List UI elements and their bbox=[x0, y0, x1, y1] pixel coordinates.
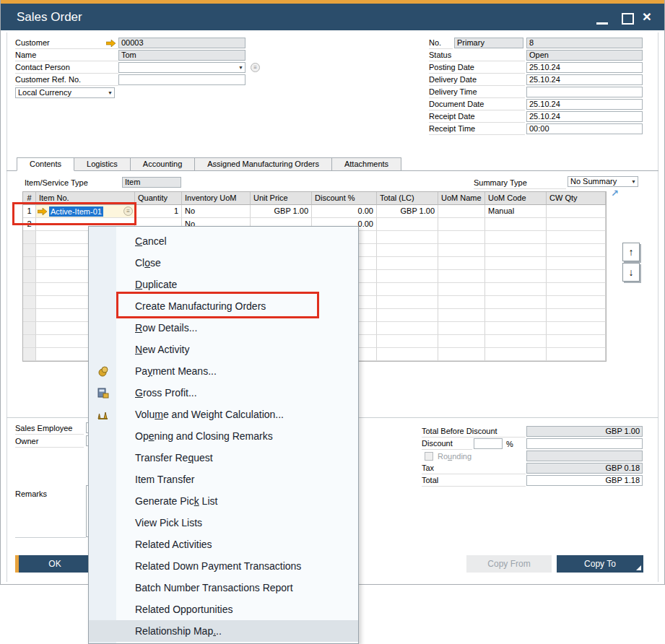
cell-uom_code[interactable] bbox=[485, 283, 547, 296]
name-field[interactable]: Tom bbox=[118, 50, 245, 61]
cell-uom_code[interactable] bbox=[485, 257, 547, 270]
cell-uom_code[interactable]: Manual bbox=[485, 205, 547, 218]
discount-field[interactable] bbox=[526, 438, 643, 449]
cell-num[interactable] bbox=[23, 309, 36, 322]
status-field[interactable]: Open bbox=[526, 50, 643, 61]
menu-item-generate-pick-list[interactable]: Generate Pick List bbox=[89, 490, 358, 512]
link-arrow-icon[interactable] bbox=[106, 40, 116, 47]
receipt-time-field[interactable]: 00:00 bbox=[526, 123, 643, 134]
cell-cw_qty[interactable] bbox=[547, 322, 606, 335]
cell-uom_name[interactable] bbox=[438, 335, 485, 348]
cell-total[interactable] bbox=[377, 335, 438, 348]
cell-cw_qty[interactable] bbox=[547, 205, 606, 218]
menu-item-transfer-request[interactable]: Transfer Request bbox=[89, 447, 358, 469]
cell-uom_code[interactable] bbox=[485, 296, 547, 309]
column-header-quantity[interactable]: Quantity bbox=[135, 192, 182, 205]
menu-item-create-manufacturing-orders[interactable]: Create Manufacturing Orders bbox=[89, 295, 358, 317]
column-header-total-lc[interactable]: Total (LC) bbox=[377, 192, 438, 205]
row-down-button[interactable]: ↓ bbox=[622, 263, 640, 282]
cell-cw_qty[interactable] bbox=[547, 257, 606, 270]
cell-unit_price[interactable]: GBP 1.00 bbox=[251, 205, 312, 218]
cell-cw_qty[interactable] bbox=[547, 231, 606, 244]
series-combo[interactable]: Primary bbox=[454, 38, 523, 48]
cell-total[interactable] bbox=[377, 231, 438, 244]
cell-uom_name[interactable] bbox=[438, 348, 485, 361]
table-row[interactable]: 1Active-Item-01≡1NoGBP 1.000.00GBP 1.00M… bbox=[23, 205, 606, 218]
menu-item-related-activities[interactable]: Related Activities bbox=[89, 534, 358, 555]
row-up-button[interactable]: ↑ bbox=[622, 243, 640, 261]
cell-num[interactable]: 2 bbox=[23, 218, 36, 231]
cell-total[interactable] bbox=[377, 322, 438, 335]
cell-uom_name[interactable] bbox=[438, 283, 485, 296]
cell-cw_qty[interactable] bbox=[547, 348, 606, 361]
tax-field[interactable]: GBP 0.18 bbox=[526, 463, 643, 474]
no-field[interactable]: 8 bbox=[526, 38, 643, 48]
delivery-time-field[interactable] bbox=[526, 87, 643, 97]
menu-item-row-details[interactable]: Row Details... bbox=[89, 317, 358, 339]
cell-num[interactable]: 1 bbox=[23, 205, 36, 218]
maximize-icon[interactable] bbox=[622, 13, 634, 25]
menu-item-payment-means[interactable]: Payment Means... bbox=[89, 360, 358, 382]
total-before-discount-field[interactable]: GBP 1.00 bbox=[526, 426, 643, 437]
contact-person-combo[interactable]: ▼ bbox=[118, 62, 245, 73]
cell-uom_code[interactable] bbox=[485, 244, 547, 257]
cell-uom_name[interactable] bbox=[438, 231, 485, 244]
cell-total[interactable]: GBP 1.00 bbox=[377, 205, 438, 218]
cell-cw_qty[interactable] bbox=[547, 283, 606, 296]
customer-ref-field[interactable] bbox=[118, 74, 245, 85]
menu-item-volume-and-weight-calculation[interactable]: Volume and Weight Calculation... bbox=[89, 404, 358, 425]
menu-item-view-pick-lists[interactable]: View Pick Lists bbox=[89, 512, 358, 534]
column-header-discount[interactable]: Discount % bbox=[312, 192, 377, 205]
column-header-inventory-uom[interactable]: Inventory UoM bbox=[182, 192, 251, 205]
currency-combo[interactable]: Local Currency▼ bbox=[15, 87, 115, 98]
menu-item-opening-and-closing-remarks[interactable]: Opening and Closing Remarks bbox=[89, 425, 358, 447]
menu-item-related-down-payment-transactions[interactable]: Related Down Payment Transactions bbox=[89, 555, 358, 577]
link-arrow-icon[interactable] bbox=[38, 208, 48, 215]
chevron-down-icon[interactable]: ▼ bbox=[108, 90, 113, 96]
cell-uom_code[interactable] bbox=[485, 309, 547, 322]
choose-from-list-icon[interactable]: ≡ bbox=[251, 63, 260, 72]
cell-cw_qty[interactable] bbox=[547, 296, 606, 309]
tab-attachments[interactable]: Attachments bbox=[331, 157, 401, 171]
choose-from-list-icon[interactable]: ≡ bbox=[123, 206, 133, 216]
cell-uom_name[interactable] bbox=[438, 309, 485, 322]
chevron-down-icon[interactable]: ▼ bbox=[238, 65, 243, 71]
cell-num[interactable] bbox=[23, 244, 36, 257]
cell-uom_code[interactable] bbox=[485, 348, 547, 361]
tab-accounting[interactable]: Accounting bbox=[130, 157, 195, 171]
chevron-down-icon[interactable]: ▼ bbox=[631, 179, 636, 185]
cell-cw_qty[interactable] bbox=[547, 244, 606, 257]
close-icon[interactable]: × bbox=[640, 8, 654, 25]
tab-contents[interactable]: Contents bbox=[17, 157, 74, 171]
rounding-field[interactable] bbox=[526, 451, 643, 461]
cell-cw_qty[interactable] bbox=[547, 309, 606, 322]
selected-item-text[interactable]: Active-Item-01 bbox=[49, 206, 103, 217]
cell-uom_code[interactable] bbox=[485, 270, 547, 283]
cell-total[interactable] bbox=[377, 244, 438, 257]
cell-uom_code[interactable] bbox=[485, 322, 547, 335]
cell-total[interactable] bbox=[377, 283, 438, 296]
cell-cw_qty[interactable] bbox=[547, 335, 606, 348]
cell-uom_name[interactable] bbox=[438, 322, 485, 335]
cell-uom_name[interactable] bbox=[438, 257, 485, 270]
menu-item-gross-profit[interactable]: Gross Profit... bbox=[89, 382, 358, 404]
cell-total[interactable] bbox=[377, 218, 438, 231]
menu-item-duplicate[interactable]: Duplicate bbox=[89, 274, 358, 295]
column-header-uom-code[interactable]: UoM Code bbox=[485, 192, 547, 205]
customer-field[interactable]: 00003 bbox=[118, 38, 245, 48]
menu-item-batch-number-transactions-report[interactable]: Batch Number Transactions Report bbox=[89, 577, 358, 599]
column-header-item-no[interactable]: Item No. bbox=[36, 192, 135, 205]
column-header-uom-name[interactable]: UoM Name bbox=[438, 192, 485, 205]
minimize-icon[interactable] bbox=[596, 22, 608, 25]
cell-num[interactable] bbox=[23, 270, 36, 283]
copy-from-button[interactable]: Copy From bbox=[466, 555, 552, 573]
cell-item_no[interactable]: Active-Item-01≡ bbox=[36, 205, 135, 218]
menu-item-related-opportunities[interactable]: Related Opportunities bbox=[89, 599, 358, 620]
copy-to-button[interactable]: Copy To bbox=[557, 555, 643, 573]
cell-inventory_uom[interactable]: No bbox=[182, 205, 251, 218]
column-header-cw-qty[interactable]: CW Qty bbox=[547, 192, 606, 205]
cell-uom_code[interactable] bbox=[485, 231, 547, 244]
cell-total[interactable] bbox=[377, 296, 438, 309]
total-field[interactable]: GBP 1.18 bbox=[526, 475, 643, 486]
cell-uom_name[interactable] bbox=[438, 296, 485, 309]
